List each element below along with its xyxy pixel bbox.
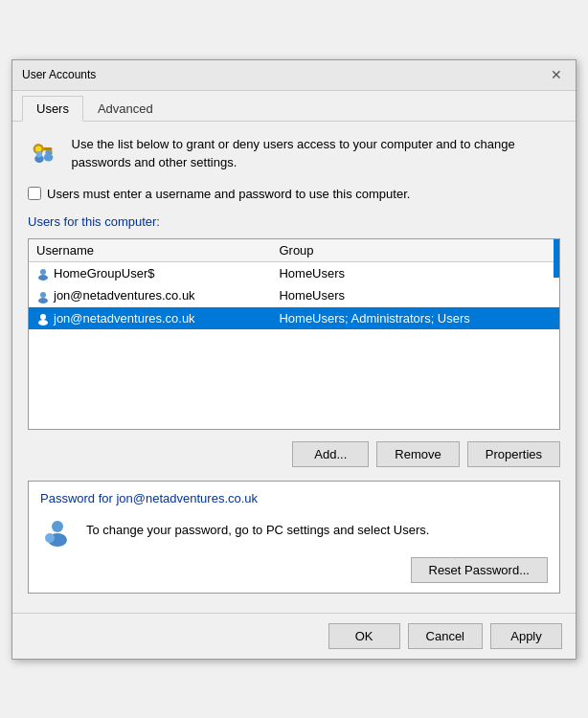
reset-password-btn-row: Reset Password... [40, 557, 548, 583]
password-user-icon [40, 513, 75, 548]
tab-users[interactable]: Users [22, 96, 83, 122]
svg-point-13 [38, 320, 48, 325]
table-row[interactable]: HomeGroupUser$HomeUsers [29, 261, 559, 284]
info-description: Use the list below to grant or deny user… [72, 135, 560, 172]
svg-point-9 [38, 275, 48, 280]
users-table: Username Group HomeGroupUser$HomeUsersjo… [29, 239, 559, 330]
must-login-label: Users must enter a username and password… [47, 187, 410, 201]
svg-point-16 [45, 533, 55, 543]
row-user-icon [36, 266, 54, 280]
svg-point-5 [45, 149, 51, 155]
close-button[interactable]: ✕ [547, 65, 566, 84]
cell-group: HomeUsers; Administrators; Users [271, 307, 559, 330]
cell-group: HomeUsers [271, 284, 559, 307]
password-section-title: Password for jon@netadventures.co.uk [40, 491, 548, 505]
svg-point-7 [36, 151, 42, 157]
cell-username: HomeGroupUser$ [29, 261, 271, 284]
svg-point-11 [38, 298, 48, 303]
must-login-checkbox[interactable] [28, 187, 41, 200]
user-action-buttons: Add... Remove Properties [28, 441, 560, 467]
properties-button[interactable]: Properties [467, 441, 560, 467]
reset-password-button[interactable]: Reset Password... [411, 557, 549, 583]
users-table-container: Username Group HomeGroupUser$HomeUsersjo… [28, 238, 560, 430]
info-row: Use the list below to grant or deny user… [28, 135, 560, 175]
svg-point-1 [35, 146, 41, 151]
col-username: Username [29, 239, 271, 262]
password-section: Password for jon@netadventures.co.uk To … [28, 481, 560, 594]
tab-advanced[interactable]: Advanced [83, 96, 168, 122]
svg-point-12 [40, 314, 46, 320]
add-button[interactable]: Add... [292, 441, 369, 467]
svg-point-10 [40, 292, 46, 298]
cell-username: jon@netadventures.co.uk [29, 307, 271, 330]
table-row[interactable]: jon@netadventures.co.ukHomeUsers [29, 284, 559, 307]
users-icon [28, 135, 60, 175]
apply-button[interactable]: Apply [490, 623, 562, 649]
cancel-button[interactable]: Cancel [408, 623, 483, 649]
col-group: Group [271, 239, 559, 262]
svg-point-14 [52, 521, 63, 532]
users-section-label: Users for this computer: [28, 214, 560, 229]
footer-buttons: OK Cancel Apply [12, 613, 576, 659]
scrollbar-accent [554, 239, 559, 278]
ok-button[interactable]: OK [328, 623, 400, 649]
tabs-bar: Users Advanced [12, 91, 576, 122]
row-user-icon [36, 288, 54, 303]
table-row[interactable]: jon@netadventures.co.ukHomeUsers; Admini… [29, 307, 559, 330]
password-inner: To change your password, go to PC settin… [40, 513, 548, 548]
remove-button[interactable]: Remove [376, 441, 459, 467]
row-user-icon [36, 311, 54, 325]
title-bar: User Accounts ✕ [12, 60, 576, 91]
must-login-checkbox-row: Users must enter a username and password… [28, 187, 560, 201]
cell-group: HomeUsers [271, 261, 559, 284]
password-description: To change your password, go to PC settin… [86, 523, 429, 537]
tab-content: Use the list below to grant or deny user… [12, 122, 576, 607]
svg-point-8 [40, 269, 46, 275]
cell-username: jon@netadventures.co.uk [29, 284, 271, 307]
dialog-title: User Accounts [22, 68, 96, 81]
user-accounts-dialog: User Accounts ✕ Users Advanced Use the l… [11, 59, 577, 660]
